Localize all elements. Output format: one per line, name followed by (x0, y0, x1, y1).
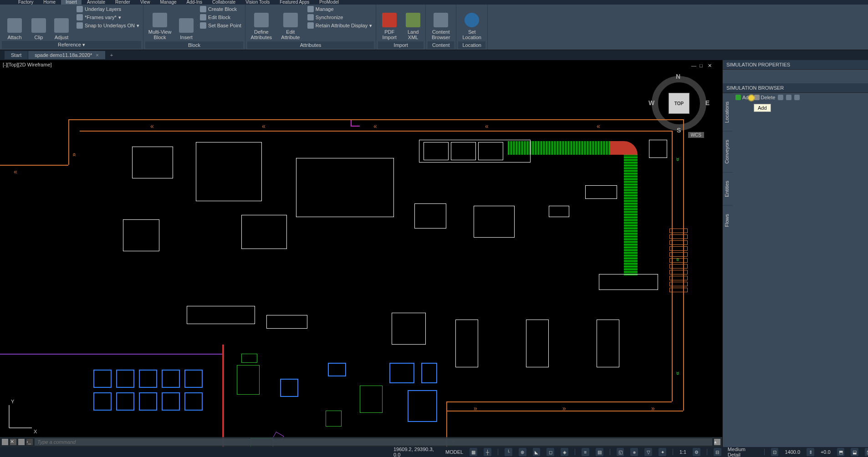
drawing-layer: « « « « « « « » » » « « « « (0, 60, 722, 447)
ribbon-tab-promodel[interactable]: ProModel (315, 0, 343, 5)
vtab-entities[interactable]: Entities (723, 172, 733, 205)
insert-block-button[interactable]: Insert (176, 5, 196, 41)
ribbon-tab-render[interactable]: Render (111, 0, 135, 5)
ribbon-group-location: Set Location Location (456, 5, 488, 50)
status-model[interactable]: MODEL (445, 449, 463, 455)
scale-icon[interactable]: ⊡ (771, 448, 779, 456)
cmdline-expand-icon[interactable]: ▴ (714, 439, 720, 445)
ribbon-tabs: Factory Home Insert Annotate Render View… (0, 0, 868, 5)
snap-toggle[interactable]: ┼ (484, 448, 491, 456)
ribbon-tab-featuredapps[interactable]: Featured Apps (275, 0, 314, 5)
edit-block-button[interactable]: Edit Block (198, 14, 243, 21)
3dosnap-toggle[interactable]: ◈ (561, 448, 568, 456)
ribbon-tab-factory[interactable]: Factory (14, 0, 38, 5)
delete-button[interactable]: Delete (754, 95, 776, 100)
move-down-button[interactable] (786, 95, 791, 100)
command-input[interactable] (35, 438, 712, 446)
insert-icon (179, 18, 194, 33)
ribbon-tab-collaborate[interactable]: Collaborate (208, 0, 240, 5)
elevation-value[interactable]: +0.0 (821, 449, 831, 455)
gizmo[interactable]: ✦ (659, 448, 666, 456)
retain-attribute-dropdown[interactable]: Retain Attribute Display▾ (306, 22, 374, 29)
add-label: Add (742, 95, 751, 100)
adjust-button[interactable]: Adjust (50, 5, 73, 41)
cmdline-recent-icon[interactable] (18, 439, 25, 445)
vtab-locations[interactable]: Locations (723, 93, 733, 131)
ribbon-tab-addins[interactable]: Add-Ins (182, 0, 207, 5)
elevation-icon[interactable]: ⇕ (807, 448, 814, 456)
manage-button[interactable]: Manage (306, 5, 374, 13)
lineweight-toggle[interactable]: ≡ (582, 448, 589, 456)
pdf-import-button[interactable]: PDF Import (378, 5, 401, 41)
move-up-button[interactable] (778, 95, 783, 100)
ribbon-tab-visiontools[interactable]: Vision Tools (241, 0, 274, 5)
coordinates[interactable]: 19609.2, 29390.3, 0.0 (393, 447, 439, 457)
polar-toggle[interactable]: ⊕ (519, 448, 526, 456)
grid-toggle[interactable]: ▦ (470, 448, 477, 456)
selection-cycling[interactable]: ◱ (617, 448, 624, 456)
synchronize-button[interactable]: Synchronize (306, 14, 374, 21)
attach-button[interactable]: Attach (2, 5, 27, 41)
edit-attribute-button[interactable]: Edit Attribute (277, 5, 304, 41)
vtab-conveyors[interactable]: Conveyors (723, 131, 733, 172)
underlay-layers-button[interactable]: Underlay Layers (75, 5, 141, 13)
add-button[interactable]: Add (735, 95, 751, 100)
selection-filter[interactable]: ▽ (644, 448, 652, 456)
ribbon-group-attributes: Define Attributes Edit Attribute Manage … (245, 5, 376, 50)
ribbon-group-label[interactable]: Reference ▾ (2, 41, 141, 49)
cut-plane-icon[interactable]: ⊟ (714, 448, 721, 456)
ribbon-group-content: Content Browser Content (426, 5, 456, 50)
create-block-button[interactable]: Create Block (198, 5, 243, 13)
new-tab-button[interactable]: + (106, 51, 117, 59)
define-attributes-button[interactable]: Define Attributes (247, 5, 276, 41)
isodraft-toggle[interactable]: ◣ (533, 448, 541, 456)
manage-label: Manage (316, 6, 334, 12)
file-tab-active[interactable]: spade demo11.18a.2020*× (28, 51, 105, 59)
surface-hatch-icon[interactable]: ⬓ (851, 448, 858, 456)
content-icon (434, 13, 448, 27)
multiview-button[interactable]: Multi-View Block (145, 5, 174, 41)
sync-icon (307, 14, 314, 20)
ribbon-tab-view[interactable]: View (136, 0, 155, 5)
clip-button[interactable]: Clip (29, 5, 48, 41)
close-icon[interactable]: × (96, 52, 98, 58)
transparency-toggle[interactable]: ▤ (596, 448, 603, 456)
osnap-toggle[interactable]: ◻ (546, 448, 554, 456)
ribbon-panel: Attach Clip Adjust Underlay Layers *Fram… (0, 5, 868, 50)
gear-icon[interactable]: ⚙ (693, 448, 700, 456)
land-xml-button[interactable]: Land XML (403, 5, 424, 41)
annotation-scale[interactable]: 1:1 (679, 449, 686, 455)
vtab-flows[interactable]: Flows (723, 205, 733, 235)
ribbon-tab-home[interactable]: Home (39, 0, 60, 5)
drawing-canvas[interactable]: [-][Top][2D Wireframe] — □ ✕ TOP N S E W… (0, 60, 722, 447)
dyn-ucs[interactable]: ⎈ (630, 448, 638, 456)
ortho-toggle[interactable]: └ (505, 448, 512, 456)
ucs-icon[interactable]: Y X (5, 401, 36, 433)
attach-label: Attach (7, 35, 21, 40)
set-base-point-button[interactable]: Set Base Point (198, 22, 243, 29)
scale-value[interactable]: 1400.0 (785, 449, 800, 455)
delete-label: Delete (761, 95, 776, 100)
content-browser-button[interactable]: Content Browser (428, 5, 454, 41)
land-label: Land XML (408, 29, 419, 40)
set-location-button[interactable]: Set Location (458, 5, 485, 41)
share-button[interactable] (794, 95, 800, 100)
file-tab-label: Start (11, 52, 21, 58)
snap-underlays-dropdown[interactable]: Snap to Underlays ON▾ (75, 22, 141, 29)
chevron-down-icon: ▾ (137, 23, 139, 29)
layer-key-icon[interactable]: ⬔ (865, 448, 868, 456)
ribbon-tab-annotate[interactable]: Annotate (82, 0, 110, 5)
ribbon-tab-manage[interactable]: Manage (155, 0, 181, 5)
arrow-share-icon (794, 95, 800, 100)
frames-dropdown[interactable]: *Frames vary*▾ (75, 14, 141, 21)
plus-icon (735, 95, 741, 100)
detail-level[interactable]: Medium Detail (728, 447, 758, 457)
simulation-browser-header[interactable]: SIMULATION BROWSER (723, 83, 868, 93)
simulation-properties-header[interactable]: SIMULATION PROPERTIES (723, 60, 868, 70)
cmdline-close-icon[interactable]: ✕ (10, 439, 16, 445)
ribbon-tab-insert[interactable]: Insert (61, 0, 82, 5)
cmdline-customize-icon[interactable] (2, 439, 8, 445)
ribbon-group-block: Multi-View Block Insert Create Block Edi… (143, 5, 245, 50)
replace-z-icon[interactable]: ⬒ (837, 448, 845, 456)
file-tab-start[interactable]: Start (5, 51, 28, 59)
